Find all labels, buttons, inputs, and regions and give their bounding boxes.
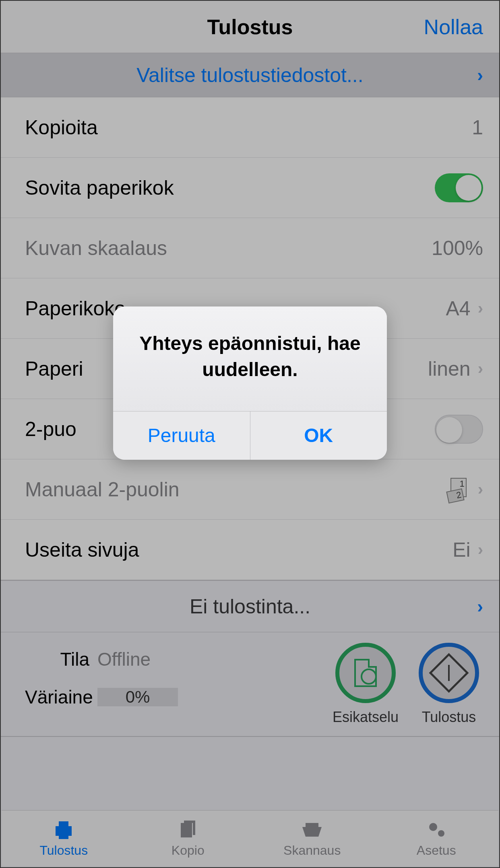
multiple-pages-label: Useita sivuja: [25, 538, 139, 562]
chevron-right-icon: ›: [477, 596, 483, 617]
copies-row[interactable]: Kopioita 1: [1, 97, 499, 158]
tab-bar: Tulostus Kopio Skannaus Asetus: [2, 810, 498, 866]
manual-two-sided-row[interactable]: Manuaal 2-puolin 1 2 ›: [1, 459, 499, 520]
printer-row[interactable]: Ei tulostinta... ›: [1, 580, 499, 632]
image-scale-label: Kuvan skaalaus: [25, 237, 167, 260]
alert-ok-button[interactable]: OK: [250, 411, 387, 460]
toner-label: Väriaine: [25, 686, 89, 708]
gear-icon: [424, 819, 449, 841]
toner-value: 0%: [97, 688, 178, 706]
fit-paper-toggle[interactable]: [435, 173, 483, 202]
alert-dialog: Yhteys epäonnistui, hae uudelleen. Peruu…: [113, 306, 387, 460]
tab-copy[interactable]: Kopio: [126, 810, 250, 866]
fit-paper-label: Sovita paperikok: [25, 176, 174, 200]
select-files-label: Valitse tulostustiedostot...: [136, 64, 363, 87]
select-files-row[interactable]: Valitse tulostustiedostot... ›: [1, 53, 499, 97]
status-label: Tila: [25, 648, 89, 670]
chevron-right-icon: ›: [478, 541, 483, 559]
svg-point-1: [438, 830, 444, 837]
paper-size-value: A4: [446, 297, 471, 320]
status-value: Offline: [97, 648, 151, 670]
status-area: Tila Offline Väriaine 0% Esikatselu Tulo…: [1, 632, 499, 737]
tab-settings[interactable]: Asetus: [374, 810, 499, 866]
print-button-label: Tulostus: [422, 709, 476, 726]
alert-title: Yhteys epäonnistui, hae uudelleen.: [129, 331, 371, 383]
page-title: Tulostus: [207, 15, 293, 39]
tab-scan[interactable]: Skannaus: [250, 810, 374, 866]
image-scale-value: 100%: [432, 237, 483, 260]
print-action-icon: [429, 653, 469, 693]
chevron-right-icon: ›: [478, 299, 483, 317]
header: Tulostus Nollaa: [1, 1, 499, 53]
printer-label: Ei tulostinta...: [190, 595, 310, 618]
two-sided-toggle[interactable]: [435, 415, 483, 444]
manual-two-sided-label: Manuaal 2-puolin: [25, 478, 180, 501]
duplex-icon: 1 2: [447, 478, 471, 501]
print-button[interactable]: Tulostus: [419, 643, 479, 726]
copies-value: 1: [472, 116, 483, 139]
paper-size-label: Paperikoko: [25, 297, 126, 320]
multiple-pages-row[interactable]: Useita sivuja Ei ›: [1, 520, 499, 580]
paper-type-value: linen: [428, 357, 471, 381]
paper-type-label: Paperi: [25, 357, 83, 381]
copies-label: Kopioita: [25, 116, 98, 139]
chevron-right-icon: ›: [478, 360, 483, 378]
preview-button-label: Esikatselu: [333, 709, 399, 726]
multiple-pages-value: Ei: [452, 538, 470, 562]
copy-icon: [175, 819, 201, 841]
chevron-right-icon: ›: [478, 480, 483, 498]
image-scale-row[interactable]: Kuvan skaalaus 100%: [1, 218, 499, 278]
reset-button[interactable]: Nollaa: [424, 15, 483, 39]
chevron-right-icon: ›: [477, 65, 483, 85]
svg-point-0: [429, 823, 437, 831]
two-sided-label: 2-puo: [25, 418, 76, 441]
fit-paper-row: Sovita paperikok: [1, 158, 499, 218]
tab-print[interactable]: Tulostus: [2, 810, 126, 866]
preview-icon: [354, 659, 377, 687]
printer-icon: [51, 819, 76, 841]
alert-cancel-button[interactable]: Peruuta: [113, 411, 250, 460]
scanner-icon: [299, 819, 325, 841]
preview-button[interactable]: Esikatselu: [333, 643, 399, 726]
